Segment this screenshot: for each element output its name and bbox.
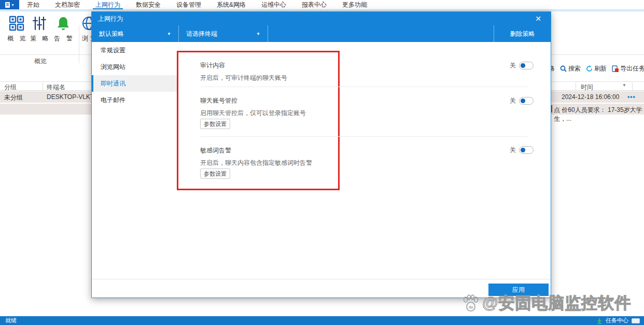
toggle-knob: [521, 148, 525, 152]
section-desc-sensitive-word-alert: 开启后，聊天内容包含指定敏感词时告警: [200, 159, 312, 167]
overview-grid-icon: [4, 15, 29, 32]
dialog-title-bar: 上网行为 ✕: [92, 12, 551, 25]
input-method-icon[interactable]: [632, 318, 640, 323]
menu-item-ops-center[interactable]: 运维中心: [254, 0, 294, 9]
row-time-cell: 2024-12-18 16:06:00: [562, 93, 619, 101]
download-arrow-icon: [596, 318, 603, 324]
red-caret-mark: [551, 105, 552, 112]
menu-item-doc-encrypt[interactable]: 文档加密: [47, 0, 88, 9]
ribbon-label-policy: 策 略: [27, 34, 52, 43]
section-title-sensitive-word-alert: 敏感词告警: [200, 146, 231, 155]
export-tasks-button[interactable]: 导出任务: [612, 64, 644, 73]
search-icon: [560, 65, 567, 72]
sort-caret-icon[interactable]: ▼: [622, 83, 626, 88]
menu-item-report-center[interactable]: 报表中心: [294, 0, 334, 9]
toggle-sensitive-word-alert: 关: [510, 146, 534, 154]
column-separator: [576, 82, 576, 90]
background-toolbar: 略 搜索 刷新 导出任务: [549, 64, 644, 73]
column-header-time[interactable]: 时间: [581, 83, 593, 92]
menu-item-internet-behavior[interactable]: 上网行为: [88, 0, 128, 9]
sidebar-item-browse-web[interactable]: 浏览网站: [92, 59, 177, 75]
toggle-knob: [521, 63, 525, 68]
search-button[interactable]: 搜索: [560, 64, 581, 73]
refresh-button[interactable]: 刷新: [586, 64, 607, 73]
toggle-audit-content: 关: [510, 61, 534, 70]
dialog-toolbar: 默认策略 ▼ 请选择终端 ▼ 删除策略: [92, 25, 551, 42]
menu-item-start[interactable]: 开始: [19, 0, 47, 9]
section-title-chat-account-control: 聊天账号管控: [200, 96, 237, 105]
chevron-down-icon: ▼: [256, 32, 260, 36]
section-title-audit-content: 审计内容: [200, 61, 225, 70]
ribbon-button-overview[interactable]: 概 览: [4, 15, 29, 43]
ribbon-button-alert[interactable]: 告 警: [51, 15, 76, 43]
dialog-body: 常规设置 浏览网站 即时通讯 电子邮件 审计内容 开启后，可审计终端的聊天账号 …: [92, 42, 551, 298]
toggle-switch[interactable]: [519, 146, 534, 154]
row-group-cell: 未分组: [4, 93, 23, 102]
toggle-state-label: 关: [510, 96, 516, 105]
param-settings-button[interactable]: 参数设置: [200, 168, 230, 179]
toggle-knob: [521, 98, 525, 103]
toggle-chat-account-control: 关: [510, 96, 534, 105]
menu-item-more[interactable]: 更多功能: [334, 0, 375, 9]
internet-behavior-dialog: 上网行为 ✕ 默认策略 ▼ 请选择终端 ▼ 删除策略 常规设置 浏览网站 即时通…: [91, 11, 551, 298]
column-separator: [43, 82, 43, 90]
app-document-icon: [5, 2, 10, 8]
chevron-down-icon: ▼: [167, 32, 171, 36]
toggle-switch[interactable]: [519, 97, 534, 105]
toggle-state-label: 关: [510, 61, 516, 70]
column-separator: [632, 82, 633, 90]
menu-item-device-mgmt[interactable]: 设备管理: [169, 0, 209, 9]
policy-dropdown[interactable]: 默认策略 ▼: [92, 25, 179, 42]
ribbon-group-label: 概览: [25, 57, 56, 66]
alert-bell-icon: [51, 15, 76, 32]
sidebar-item-general[interactable]: 常规设置: [92, 42, 177, 59]
delete-policy-button[interactable]: 删除策略: [494, 25, 551, 42]
column-header-group[interactable]: 分组: [4, 83, 17, 92]
close-icon[interactable]: ✕: [532, 15, 544, 22]
dialog-title: 上网行为: [98, 15, 123, 23]
dialog-sidebar: 常规设置 浏览网站 即时通讯 电子邮件: [92, 42, 177, 298]
ribbon-label-alert: 告 警: [51, 34, 76, 43]
app-menu-button[interactable]: ▾: [0, 0, 19, 9]
apply-button[interactable]: 应用: [488, 284, 549, 296]
dialog-footer-separator: [92, 279, 551, 279]
param-settings-button[interactable]: 参数设置: [200, 119, 230, 129]
column-header-terminal[interactable]: 终端名: [47, 83, 65, 92]
export-tasks-icon: [612, 65, 619, 72]
policy-sliders-icon: [27, 15, 52, 32]
row-more-button[interactable]: •••: [627, 93, 636, 101]
chevron-down-icon: ▾: [11, 3, 13, 7]
menu-item-data-security[interactable]: 数据安全: [128, 0, 169, 9]
ribbon-divider: [79, 25, 79, 63]
refresh-icon: [586, 65, 593, 72]
sidebar-item-email[interactable]: 电子邮件: [92, 92, 177, 108]
toggle-state-label: 关: [510, 146, 516, 154]
toggle-switch[interactable]: [519, 62, 534, 69]
status-bar: 就绪 任务中心: [0, 316, 644, 325]
task-center-button[interactable]: 任务中心: [606, 317, 628, 324]
section-desc-chat-account-control: 启用聊天管控后，仅可以登录指定账号: [200, 109, 306, 118]
status-ready-label: 就绪: [0, 317, 17, 324]
section-desc-audit-content: 开启后，可审计终端的聊天账号: [200, 74, 287, 82]
sidebar-item-instant-messaging[interactable]: 即时通讯: [92, 75, 177, 92]
ribbon-button-policy[interactable]: 策 略: [27, 15, 52, 43]
section-separator: [200, 87, 528, 87]
svg-text:du: du: [469, 305, 473, 309]
ribbon-label-overview: 概 览: [4, 34, 29, 43]
menu-item-system-network[interactable]: 系统&网络: [209, 0, 254, 9]
row-detail-cell: 点 价60人员要求： 17-35岁大学生，...: [554, 106, 644, 123]
menu-bar: ▾ 开始 文档加密 上网行为 数据安全 设备管理 系统&网络 运维中心 报表中心…: [0, 0, 644, 9]
terminal-dropdown[interactable]: 请选择终端 ▼: [179, 25, 268, 42]
section-separator: [200, 136, 528, 137]
